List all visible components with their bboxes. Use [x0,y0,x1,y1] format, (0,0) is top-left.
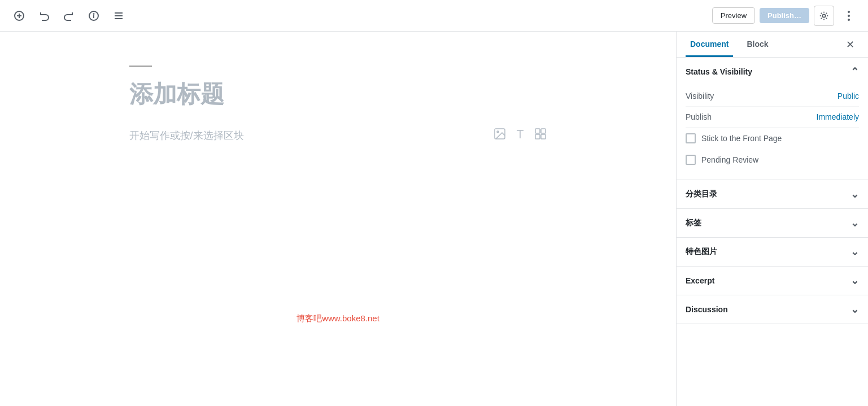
more-options-button[interactable] [839,6,859,26]
publish-row: Publish Immediately [686,107,859,128]
pending-review-label: Pending Review [701,155,758,164]
block-icons [493,127,547,144]
panel-excerpt-header[interactable]: Excerpt ⌄ [677,267,868,295]
sidebar: Document Block ✕ Status & Visibility ⌃ V… [676,32,868,406]
toolbar: Preview Publish… [0,0,868,32]
panel-discussion-chevron: ⌄ [850,303,859,316]
panel-status-visibility: Status & Visibility ⌃ Visibility Public … [677,58,868,180]
panel-discussion: Discussion ⌄ [677,295,868,324]
panel-categories: 分类目录 ⌄ [677,180,868,209]
panel-categories-title: 分类目录 [686,189,717,199]
sidebar-tabs: Document Block ✕ [677,32,868,58]
panel-excerpt: Excerpt ⌄ [677,267,868,295]
visibility-row: Visibility Public [686,86,859,107]
svg-point-5 [94,14,94,14]
panel-categories-chevron: ⌄ [850,188,859,200]
panel-categories-header[interactable]: 分类目录 ⌄ [677,180,868,208]
editor-area[interactable]: 添加标题 开始写作或按/来选择区块 博客吧www.boke8.net [0,32,676,406]
visibility-label: Visibility [686,91,714,101]
redo-button[interactable] [59,6,79,26]
panel-tags-header[interactable]: 标签 ⌄ [677,209,868,237]
gallery-block-icon[interactable] [534,127,547,144]
publish-value[interactable]: Immediately [817,112,859,121]
sidebar-close-button[interactable]: ✕ [841,34,859,55]
panel-discussion-header[interactable]: Discussion ⌄ [677,295,868,324]
svg-point-11 [848,15,850,17]
watermark: 博客吧www.boke8.net [129,313,547,324]
panel-status-chevron: ⌃ [850,66,859,78]
panel-status-title: Status & Visibility [686,67,752,76]
toolbar-left [9,6,129,26]
svg-rect-20 [541,134,546,139]
pending-review-row: Pending Review [686,149,859,171]
svg-point-10 [848,11,850,13]
add-button[interactable] [9,6,29,26]
text-block-icon[interactable] [513,127,527,144]
svg-rect-18 [541,129,546,133]
body-area[interactable]: 开始写作或按/来选择区块 [129,127,547,144]
stick-front-page-checkbox[interactable] [686,133,696,143]
main-area: 添加标题 开始写作或按/来选择区块 博客吧www.boke8.net [0,32,868,406]
svg-point-14 [497,131,499,133]
panel-status-body: Visibility Public Publish Immediately St… [677,86,868,180]
panel-featured-image-title: 特色图片 [686,247,717,257]
image-block-icon[interactable] [493,127,507,144]
title-divider [129,66,152,67]
panel-excerpt-chevron: ⌄ [850,274,859,287]
undo-button[interactable] [34,6,54,26]
panel-featured-image-chevron: ⌄ [850,246,859,258]
pending-review-checkbox[interactable] [686,155,696,165]
panel-tags-chevron: ⌄ [850,217,859,229]
panel-tags: 标签 ⌄ [677,209,868,238]
stick-front-page-label: Stick to the Front Page [701,134,782,143]
visibility-value[interactable]: Public [838,91,859,101]
settings-button[interactable] [814,6,834,26]
tab-document[interactable]: Document [686,32,733,57]
toolbar-right: Preview Publish… [712,6,859,26]
stick-front-page-row: Stick to the Front Page [686,128,859,149]
panel-status-header[interactable]: Status & Visibility ⌃ [677,58,868,86]
svg-rect-19 [535,134,540,139]
panel-featured-image-header[interactable]: 特色图片 ⌄ [677,238,868,266]
tab-block[interactable]: Block [742,32,773,57]
editor-content: 添加标题 开始写作或按/来选择区块 博客吧www.boke8.net [129,66,547,372]
info-button[interactable] [84,6,104,26]
list-view-button[interactable] [108,6,129,26]
svg-point-12 [848,19,850,21]
svg-point-9 [822,14,825,17]
panel-featured-image: 特色图片 ⌄ [677,238,868,267]
panel-tags-title: 标签 [686,218,701,228]
svg-rect-17 [535,129,540,133]
body-placeholder-text: 开始写作或按/来选择区块 [129,129,244,142]
panel-excerpt-title: Excerpt [686,276,714,285]
title-placeholder[interactable]: 添加标题 [129,78,547,110]
publish-button[interactable]: Publish… [760,8,809,23]
preview-button[interactable]: Preview [712,7,755,24]
panel-discussion-title: Discussion [686,305,728,314]
publish-label: Publish [686,112,712,121]
